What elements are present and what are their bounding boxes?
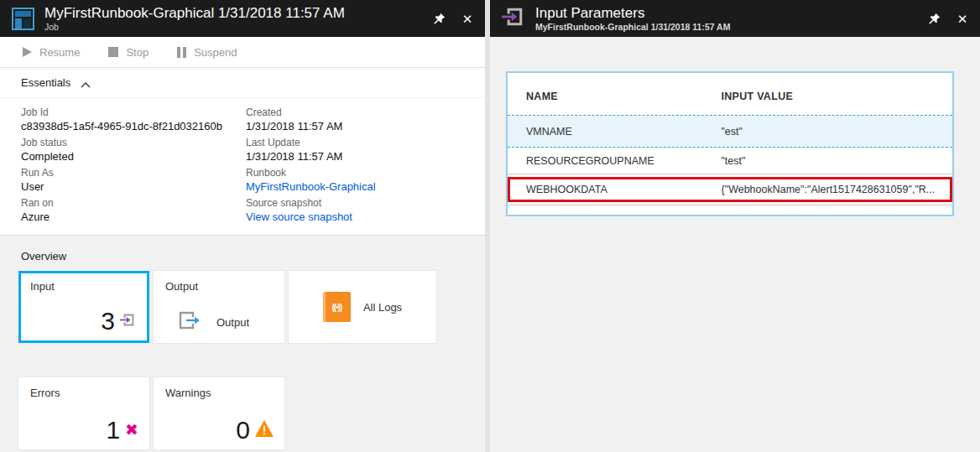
input-parameters-subtitle: MyFirstRunbook-Graphical 1/31/2018 11:57…: [535, 22, 920, 32]
all-logs-tile[interactable]: ((•)) All Logs: [289, 271, 436, 343]
job-toolbar: Resume Stop Suspend: [0, 37, 485, 68]
table-row-webhookdata-highlighted[interactable]: WEBHOOKDATA {"WebhookName":"Alert1517428…: [508, 177, 952, 202]
job-blade: MyFirstRunbook-Graphical 1/31/2018 11:57…: [0, 0, 490, 452]
field-created: Created 1/31/2018 11:57 AM: [246, 106, 471, 133]
stop-icon: [108, 47, 118, 57]
input-parameters-icon: [502, 5, 525, 32]
input-parameters-title: Input Parameters: [535, 5, 920, 22]
column-header-input-value: INPUT VALUE: [721, 91, 952, 102]
field-job-id: Job Id c83938d5-1a5f-4965-91dc-8f21d0321…: [21, 106, 246, 133]
essentials-header: Essentials: [0, 68, 485, 98]
errors-tile[interactable]: Errors 1 ✖: [18, 377, 149, 449]
job-blade-subtitle: Job: [44, 22, 425, 32]
input-parameters-body: NAME INPUT VALUE VMNAME "est" RESOURCEGR…: [490, 37, 980, 452]
resume-button[interactable]: Resume: [23, 46, 80, 59]
warnings-tile-label: Warnings: [165, 387, 211, 399]
output-caption: Output: [216, 316, 249, 329]
input-parameters-header: Input Parameters MyFirstRunbook-Graphica…: [490, 0, 980, 37]
chevron-up-icon[interactable]: [81, 76, 91, 91]
job-overview-section: Overview Input 3: [0, 236, 485, 452]
column-header-name: NAME: [508, 91, 721, 102]
view-source-snapshot-link[interactable]: View source snapshot: [246, 210, 471, 224]
error-x-icon: ✖: [125, 422, 138, 439]
pause-icon: [177, 47, 186, 58]
essentials-grid: Job Id c83938d5-1a5f-4965-91dc-8f21d0321…: [0, 98, 485, 236]
field-source-snapshot: Source snapshot View source snapshot: [246, 196, 471, 224]
output-arrow-icon: [179, 311, 201, 333]
field-run-as: Run As User: [21, 166, 246, 194]
overview-label: Overview: [21, 250, 485, 262]
play-icon: [23, 47, 32, 57]
suspend-button[interactable]: Suspend: [177, 46, 237, 59]
suspend-label: Suspend: [194, 46, 237, 59]
output-tile[interactable]: Output Output: [154, 271, 284, 343]
job-blade-title: MyFirstRunbook-Graphical 1/31/2018 11:57…: [44, 5, 425, 22]
field-ran-on: Ran on Azure: [21, 196, 246, 224]
runbook-link[interactable]: MyFirstRunbook-Graphical: [246, 179, 471, 194]
errors-count: 1: [106, 417, 120, 444]
job-icon: [12, 8, 34, 30]
all-logs-book-icon: ((•)): [323, 292, 351, 322]
table-row-resourcegroupname[interactable]: RESOURCEGROUPNAME "test": [508, 148, 952, 174]
field-last-update: Last Update 1/31/2018 11:57 AM: [246, 136, 471, 164]
resume-label: Resume: [39, 46, 80, 59]
table-header-row: NAME INPUT VALUE: [508, 73, 952, 116]
parameters-table: NAME INPUT VALUE VMNAME "est" RESOURCEGR…: [506, 71, 954, 216]
close-icon[interactable]: ✕: [460, 11, 475, 26]
all-logs-label: All Logs: [363, 301, 402, 314]
pin-icon[interactable]: [431, 11, 446, 26]
job-blade-header: MyFirstRunbook-Graphical 1/31/2018 11:57…: [0, 0, 485, 37]
table-row-vmname[interactable]: VMNAME "est": [508, 116, 952, 148]
field-runbook: Runbook MyFirstRunbook-Graphical: [246, 166, 471, 194]
input-tile[interactable]: Input 3: [18, 271, 149, 343]
input-tile-label: Input: [30, 280, 55, 293]
input-parameters-blade: Input Parameters MyFirstRunbook-Graphica…: [490, 0, 980, 452]
warnings-count: 0: [236, 417, 250, 444]
essentials-label: Essentials: [21, 76, 70, 89]
input-arrow-icon: [120, 312, 136, 331]
stop-label: Stop: [126, 46, 149, 59]
errors-tile-label: Errors: [30, 387, 60, 399]
stop-button[interactable]: Stop: [108, 46, 149, 59]
output-tile-label: Output: [165, 280, 198, 293]
azure-portal-screen: MyFirstRunbook-Graphical 1/31/2018 11:57…: [0, 0, 980, 452]
warning-triangle-icon: [255, 420, 274, 440]
input-count: 3: [101, 308, 115, 335]
pin-icon[interactable]: [926, 11, 941, 26]
warnings-tile[interactable]: Warnings 0: [154, 377, 284, 449]
field-job-status: Job status Completed: [21, 136, 246, 164]
close-icon[interactable]: ✕: [955, 11, 970, 26]
